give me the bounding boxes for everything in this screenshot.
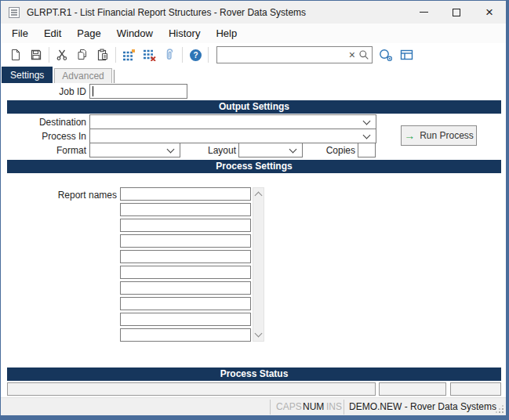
- report-name-input-7[interactable]: [120, 297, 251, 310]
- report-name-input-3[interactable]: [120, 234, 251, 248]
- destination-select[interactable]: [89, 114, 376, 129]
- close-icon: ×: [485, 5, 493, 19]
- app-window: GLRPT.R1 - List Financial Report Structu…: [1, 1, 506, 415]
- save-icon: [30, 49, 42, 61]
- delete-row-icon: [143, 49, 156, 61]
- run-arrow-icon: →: [404, 130, 415, 141]
- caps-indicator: CAPS: [276, 401, 302, 412]
- tab-divider: [114, 70, 115, 83]
- zoom-preview-icon: [379, 49, 393, 62]
- menu-history[interactable]: History: [161, 25, 208, 42]
- table-layout-icon: [400, 49, 413, 61]
- tab-strip: Settings Advanced: [2, 67, 115, 83]
- copies-label: Copies: [311, 145, 355, 156]
- zoom-preview-button[interactable]: [376, 45, 396, 64]
- chevron-down-icon: [363, 132, 371, 139]
- window-frame: GLRPT.R1 - List Financial Report Structu…: [0, 0, 509, 420]
- run-process-button[interactable]: → Run Process: [401, 125, 477, 146]
- help-icon: ?: [189, 49, 202, 62]
- format-label: Format: [4, 145, 86, 156]
- menu-page[interactable]: Page: [69, 25, 108, 42]
- chevron-down-icon: [167, 146, 175, 154]
- toolbar-separator: [115, 47, 116, 63]
- chevron-down-icon: [289, 146, 297, 154]
- scroll-down-icon[interactable]: [255, 330, 263, 338]
- report-name-input-1[interactable]: [120, 203, 251, 216]
- close-button[interactable]: ×: [473, 1, 506, 24]
- process-in-select[interactable]: [89, 129, 376, 143]
- process-status-field-3: [450, 382, 501, 396]
- chevron-down-icon: [363, 118, 371, 125]
- attachment-button[interactable]: [159, 45, 180, 64]
- search-icon[interactable]: [358, 49, 372, 60]
- search-box: ×: [216, 46, 373, 63]
- resize-grip[interactable]: [495, 404, 504, 414]
- table-layout-button[interactable]: [396, 45, 416, 64]
- report-name-input-4[interactable]: [120, 250, 251, 263]
- destination-label: Destination: [4, 117, 86, 128]
- statusbar-separator: [344, 400, 344, 415]
- toolbar-separator: [208, 47, 209, 63]
- session-label: DEMO.NEW - Rover Data Systems: [349, 401, 496, 412]
- search-input[interactable]: [217, 48, 346, 62]
- layout-select[interactable]: [238, 143, 303, 158]
- attachment-icon: [163, 49, 176, 61]
- status-bar: CAPS NUM INS DEMO.NEW - Rover Data Syste…: [1, 397, 506, 415]
- scroll-up-icon[interactable]: [255, 192, 263, 200]
- help-button[interactable]: ?: [185, 45, 205, 64]
- job-id-input[interactable]: [89, 84, 187, 99]
- job-id-label: Job ID: [4, 86, 86, 97]
- copy-icon: [76, 49, 89, 61]
- process-status-field-2: [379, 382, 446, 396]
- report-name-input-0[interactable]: [120, 187, 251, 201]
- copies-input[interactable]: [358, 143, 376, 158]
- report-names-scrollbar[interactable]: [253, 187, 264, 342]
- tab-settings[interactable]: Settings: [2, 67, 53, 83]
- paste-button[interactable]: [93, 45, 113, 64]
- ins-indicator: INS: [326, 401, 342, 412]
- num-indicator: NUM: [303, 401, 324, 412]
- window-title: GLRPT.R1 - List Financial Report Structu…: [27, 7, 306, 18]
- svg-text:?: ?: [193, 51, 198, 60]
- copy-button[interactable]: [72, 45, 93, 64]
- maximize-button[interactable]: [440, 1, 473, 24]
- new-document-icon: [9, 49, 22, 61]
- tab-advanced[interactable]: Advanced: [54, 68, 111, 83]
- title-bar: GLRPT.R1 - List Financial Report Structu…: [1, 1, 506, 24]
- toolbar-separator: [182, 47, 183, 63]
- statusbar-separator: [270, 400, 271, 415]
- process-status-header: Process Status: [7, 368, 501, 381]
- report-name-input-9[interactable]: [120, 328, 251, 342]
- process-in-label: Process In: [4, 131, 86, 142]
- delete-row-button[interactable]: [139, 45, 159, 64]
- output-settings-header: Output Settings: [7, 100, 501, 114]
- menu-window[interactable]: Window: [109, 25, 161, 42]
- report-name-input-8[interactable]: [120, 313, 251, 326]
- toolbar-separator: [49, 47, 49, 63]
- report-name-input-5[interactable]: [120, 266, 251, 279]
- format-select[interactable]: [89, 143, 180, 158]
- report-name-input-6[interactable]: [120, 281, 251, 295]
- paste-icon: [96, 49, 109, 61]
- cut-button[interactable]: [52, 45, 72, 64]
- minimize-button[interactable]: [407, 1, 440, 24]
- text-caret: [93, 86, 93, 96]
- cut-icon: [56, 49, 68, 61]
- maximize-icon: [453, 9, 460, 16]
- insert-row-button[interactable]: [118, 45, 139, 64]
- app-icon: [8, 6, 20, 19]
- menu-file[interactable]: File: [4, 25, 36, 42]
- clear-search-icon[interactable]: ×: [346, 49, 358, 60]
- insert-row-icon: [122, 49, 136, 61]
- process-settings-header: Process Settings: [7, 160, 501, 173]
- menu-bar: File Edit Page Window History Help: [1, 24, 506, 43]
- report-names-label: Report names: [4, 190, 117, 201]
- new-document-button[interactable]: [5, 45, 26, 64]
- report-name-input-2[interactable]: [120, 219, 251, 232]
- report-names-list: [120, 187, 251, 342]
- minimize-icon: [420, 12, 428, 13]
- save-button[interactable]: [26, 45, 46, 64]
- menu-help[interactable]: Help: [208, 25, 245, 42]
- menu-edit[interactable]: Edit: [36, 25, 69, 42]
- layout-label: Layout: [189, 145, 236, 156]
